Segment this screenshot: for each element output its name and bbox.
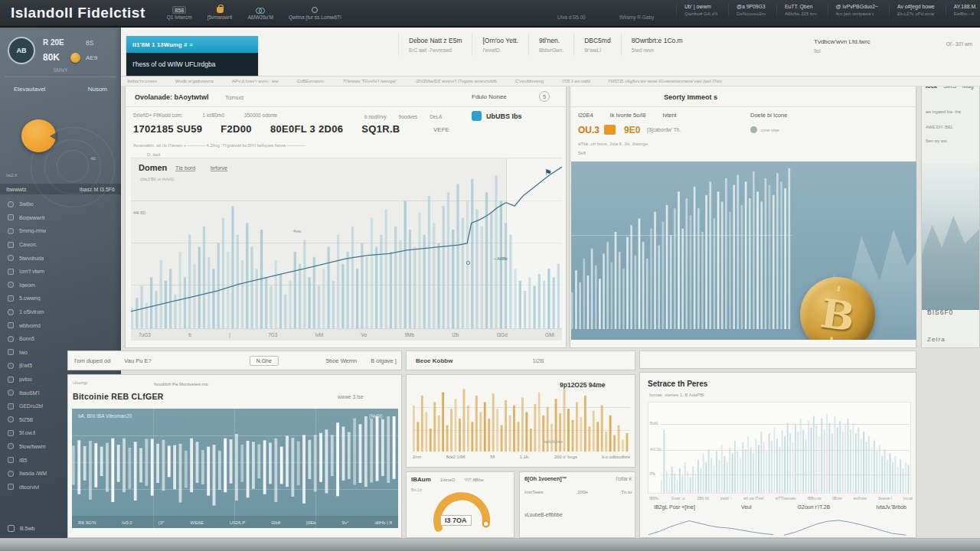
divider (5, 77, 116, 77)
top-nav-item[interactable]: 858 Q1 Ivtwrcm (167, 6, 192, 20)
sidebar-menu-item[interactable]: Iom'f vtwm (0, 265, 121, 279)
x-axis-label: b.o odbtodbze (602, 455, 630, 459)
account-badge[interactable]: AB (8, 37, 35, 64)
x-tick-label: ywwI '- (720, 496, 732, 500)
top-nav-item[interactable]: @ IvPvPBGduo2~4m [wit omipaew t (828, 4, 878, 16)
link-item[interactable]: Wvdb w'gwbvwvrw (175, 79, 214, 83)
item-line2: DeNcooeo2m (737, 11, 766, 16)
x-axis-label: (3* (158, 520, 165, 525)
link-item[interactable]: CvBEvrvwvm (297, 79, 325, 83)
top-nav-mid: Ulva d'S5.009Wamy R.Gaby (557, 15, 654, 20)
main-price-chart[interactable]: Domen TIe bord brforve (dw.2'BII or tIvI… (131, 158, 562, 328)
toolbar-text[interactable]: Vau Pu E? (124, 357, 151, 364)
section-label-left[interactable]: Elevautavel (14, 86, 45, 93)
histogram-chart[interactable]: 5vbl. A0.1b Pb (648, 402, 911, 494)
toolbar-text[interactable]: B otgave ] (371, 357, 397, 364)
toolbar-button[interactable]: N.Ghe (250, 356, 279, 366)
sidebar-menu-item[interactable]: Bonn5 (0, 332, 121, 346)
flag-marker-icon[interactable]: ⚑ (544, 168, 552, 178)
top-nav-item[interactable]: [5vmwowr¢ (207, 6, 233, 20)
top-nav-item[interactable]: Qwtma (tur ss.Lomw6TI (289, 6, 341, 20)
menu-icon (8, 430, 14, 436)
sidebar-menu-item[interactable]: Iqwom. (0, 279, 121, 292)
item-line1: EuTT. Qben (785, 4, 817, 9)
sidebar-menu-item[interactable]: 1 o5lvtrom (0, 305, 121, 319)
sidebar-bottom-item[interactable]: B.5wb (8, 525, 34, 532)
link-item[interactable]: I7I5'.f wv.vwbl (562, 79, 590, 83)
link-item[interactable]: I'III57ZI.vIIg6vv.wv wvwl IGvwvwvwvrwvw'… (609, 79, 722, 83)
account-subtext: SMIvY (0, 67, 121, 73)
status-item[interactable]: cme vise (750, 126, 779, 133)
panel-right-label[interactable]: Fdulo Nonee (472, 93, 507, 100)
security-chart[interactable]: B Abawnon IuIIIv'TufiE1'()GJTb6LII97662 (571, 161, 916, 340)
candles-chart[interactable]: bA, Bl'd IBA Vileoman20 (Nv0I) R6 9G'NIv… (72, 409, 398, 528)
section-label-right[interactable]: Nusom (88, 86, 107, 93)
top-nav-label: [5vmwowr¢ (207, 15, 233, 20)
link-item[interactable]: C'vwvblvvwvg (515, 79, 544, 83)
sidebar-menu-item[interactable]: Bogwwwrlr (0, 211, 121, 225)
sidebar-menu-item[interactable]: 3wtbo (0, 197, 121, 211)
promo-banner[interactable]: It1'8M 1 13Wumg # = I'hess of od WIlW UF… (126, 36, 258, 76)
toolbar-tab[interactable]: Deboe Natt z E5mErC awt -7wvreswd (398, 34, 472, 56)
link-item[interactable]: -2IVZIIIw/DZ wvwvr'l I7vgww wvwvrtvblb (415, 79, 497, 83)
exchange-icon (472, 111, 482, 121)
top-nav-item[interactable]: Ub' | owwmQwrtbo# GA.d'il (676, 4, 717, 16)
top-nav-item[interactable]: A6IW26u'M (248, 6, 273, 20)
toolbar-title[interactable]: Beoe Kobbw (416, 357, 452, 364)
item-line2: 4m [wit omipaew t (836, 11, 878, 16)
link-item[interactable]: 9wbtc'rv.uvwm (127, 79, 157, 83)
count-badge[interactable]: 5 (539, 91, 550, 102)
toolbar-tab[interactable]: 8Owrtbrt:e 1Co.m5Iwd rwvn (621, 34, 693, 56)
menu-icon (8, 349, 14, 355)
toolbar-text[interactable]: I'om duped od (74, 357, 110, 364)
menu-label: pvtoo (19, 377, 32, 382)
sidebar-menu-item[interactable]: wbtvomd (0, 318, 121, 332)
top-nav-item[interactable]: Av o#[egd bowe£b.c27c cPd.wow (889, 4, 935, 16)
orange-bars (413, 386, 630, 452)
toolbar-text[interactable]: 5boe Wemn (326, 357, 357, 364)
toolbar-right-info[interactable]: Tvdbcw'wvn Lfd.twrc 9ol (814, 38, 871, 54)
chart-tab[interactable]: brforve (211, 165, 227, 171)
account-id: R 20E (43, 38, 64, 47)
details-cell: ImnTews (524, 489, 543, 494)
price-value: 80E0FL 3 2D06 (270, 123, 343, 135)
gauge-disc[interactable] (21, 119, 56, 152)
box-icon (8, 525, 15, 532)
toolbar-tab[interactable]: 9tl'nen.BbbvrGwn. (528, 34, 573, 56)
sidebar-menu-item[interactable]: Cawon. (0, 238, 121, 252)
orange-bars-chart[interactable] (413, 386, 630, 452)
item-line1: Ub' | owwm (684, 4, 717, 9)
x-axis-label: UII26.P (230, 520, 246, 525)
toolbar-tab[interactable]: DBC5md9r'wwLI (573, 34, 620, 56)
top-nav-left: 858 Q1 Ivtwrcm [5vmwowr¢ A6IW26u'M Qwtma… (167, 6, 341, 20)
menu-icon (8, 390, 14, 396)
account-code: AE9 (86, 54, 97, 61)
x-tick-label: IB6fv.. (649, 496, 660, 500)
link-item[interactable]: APv d.Ivwv'r wvm - ww (232, 79, 279, 83)
menu-icon (8, 295, 14, 302)
exchange-chip[interactable]: UbUBS Ibs (472, 111, 522, 121)
link-item[interactable]: 7I'lwwwv TGvvIV.f /wvvgw' (342, 79, 396, 83)
item-line2: I'wvwtD. (482, 47, 518, 53)
x-axis-label: b (188, 332, 191, 337)
sidebar-menu-item[interactable]: 5twvdruda (0, 251, 121, 265)
price-orange-2: 9E0 (624, 125, 640, 135)
toolbar-tab[interactable]: [Orn'oo Yett.I'wvwtD. (472, 34, 528, 56)
price-note: 9oodves (399, 114, 418, 119)
promo-top: It1'8M 1 13Wumg # = (126, 36, 258, 53)
top-nav-item[interactable]: AY.188.M.EwBtv.--4 (946, 4, 977, 16)
chart-tab[interactable]: TIe bord (175, 165, 195, 171)
bag-icon (217, 7, 224, 13)
details-note: vLuubeB-eftbbbe (524, 512, 563, 517)
top-nav-item[interactable]: EuTT. QbenA6b/bs.225 bm (776, 4, 817, 16)
meta-tiny: Uoongi (73, 380, 87, 385)
details-right[interactable]: I'otlar k (616, 476, 632, 481)
sidebar-menu-item[interactable]: 5.owwng (0, 292, 121, 305)
details-header: 6[Oh 1voenen]™ I'otlar k (524, 476, 632, 481)
sidebar-menu-item[interactable]: 5mmg-rmw (0, 224, 121, 238)
menu-label: Iom'f vtwm (19, 269, 44, 274)
top-nav-item[interactable]: @a 9P09G3DeNcooeo2m (728, 4, 766, 16)
gauge-header: IBAum 1wneO YI7.8Bbe (411, 476, 484, 483)
item-line2: Qwrtbo# GA.d'il (684, 11, 717, 16)
panel-title: Setrace th Peres (648, 380, 707, 388)
